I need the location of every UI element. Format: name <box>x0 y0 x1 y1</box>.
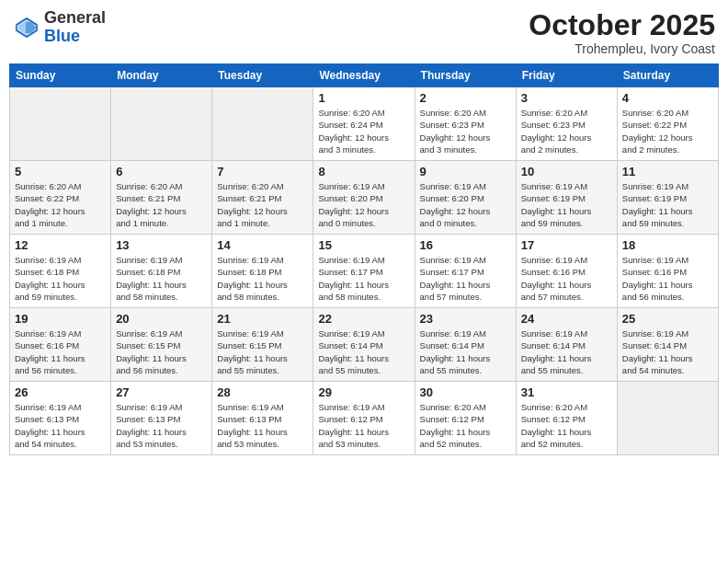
day-info: Sunrise: 6:20 AM Sunset: 6:12 PM Dayligh… <box>521 401 612 450</box>
day-number: 30 <box>420 385 511 399</box>
calendar-cell: 18Sunrise: 6:19 AM Sunset: 6:16 PM Dayli… <box>617 235 718 308</box>
day-number: 20 <box>116 312 207 326</box>
calendar-cell: 21Sunrise: 6:19 AM Sunset: 6:15 PM Dayli… <box>212 308 313 382</box>
day-number: 16 <box>420 238 511 252</box>
calendar-cell: 27Sunrise: 6:19 AM Sunset: 6:13 PM Dayli… <box>111 382 212 455</box>
header: General Blue October 2025 Trohempleu, Iv… <box>9 9 719 56</box>
calendar-cell: 10Sunrise: 6:19 AM Sunset: 6:19 PM Dayli… <box>516 161 617 235</box>
calendar-cell: 5Sunrise: 6:20 AM Sunset: 6:22 PM Daylig… <box>10 161 111 235</box>
day-number: 28 <box>217 385 308 399</box>
calendar-cell: 6Sunrise: 6:20 AM Sunset: 6:21 PM Daylig… <box>111 161 212 235</box>
day-info: Sunrise: 6:19 AM Sunset: 6:17 PM Dayligh… <box>318 254 409 303</box>
calendar-cell: 25Sunrise: 6:19 AM Sunset: 6:14 PM Dayli… <box>617 308 718 382</box>
logo-general: General <box>44 8 106 27</box>
day-info: Sunrise: 6:20 AM Sunset: 6:23 PM Dayligh… <box>521 107 612 155</box>
day-number: 24 <box>521 312 612 326</box>
day-info: Sunrise: 6:19 AM Sunset: 6:13 PM Dayligh… <box>15 401 106 450</box>
day-info: Sunrise: 6:19 AM Sunset: 6:13 PM Dayligh… <box>217 401 308 450</box>
calendar-cell: 9Sunrise: 6:19 AM Sunset: 6:20 PM Daylig… <box>415 161 516 235</box>
calendar-cell <box>617 382 718 455</box>
week-row-3: 12Sunrise: 6:19 AM Sunset: 6:18 PM Dayli… <box>10 235 719 308</box>
week-row-5: 26Sunrise: 6:19 AM Sunset: 6:13 PM Dayli… <box>10 382 719 455</box>
day-info: Sunrise: 6:19 AM Sunset: 6:19 PM Dayligh… <box>521 180 612 229</box>
page: General Blue October 2025 Trohempleu, Iv… <box>0 0 728 563</box>
day-info: Sunrise: 6:19 AM Sunset: 6:18 PM Dayligh… <box>116 254 207 303</box>
day-info: Sunrise: 6:19 AM Sunset: 6:15 PM Dayligh… <box>217 327 308 376</box>
day-info: Sunrise: 6:19 AM Sunset: 6:14 PM Dayligh… <box>521 327 612 376</box>
calendar-cell: 12Sunrise: 6:19 AM Sunset: 6:18 PM Dayli… <box>10 235 111 308</box>
week-row-4: 19Sunrise: 6:19 AM Sunset: 6:16 PM Dayli… <box>10 308 719 382</box>
day-number: 26 <box>15 385 106 399</box>
col-monday: Monday <box>111 64 212 87</box>
col-sunday: Sunday <box>10 64 111 87</box>
day-info: Sunrise: 6:19 AM Sunset: 6:18 PM Dayligh… <box>217 254 308 303</box>
day-number: 8 <box>318 165 409 178</box>
col-wednesday: Wednesday <box>313 64 415 87</box>
calendar-cell: 22Sunrise: 6:19 AM Sunset: 6:14 PM Dayli… <box>313 308 415 382</box>
calendar-cell: 29Sunrise: 6:19 AM Sunset: 6:12 PM Dayli… <box>313 382 415 455</box>
day-info: Sunrise: 6:20 AM Sunset: 6:22 PM Dayligh… <box>15 180 106 229</box>
calendar-cell <box>10 87 111 161</box>
location: Trohempleu, Ivory Coast <box>529 41 715 56</box>
week-row-2: 5Sunrise: 6:20 AM Sunset: 6:22 PM Daylig… <box>10 161 719 235</box>
day-info: Sunrise: 6:19 AM Sunset: 6:12 PM Dayligh… <box>318 401 409 450</box>
col-friday: Friday <box>516 64 617 87</box>
day-number: 19 <box>15 312 106 326</box>
day-number: 22 <box>318 312 409 326</box>
day-number: 9 <box>420 165 511 178</box>
day-number: 25 <box>622 312 713 326</box>
day-number: 12 <box>15 238 106 252</box>
day-info: Sunrise: 6:19 AM Sunset: 6:14 PM Dayligh… <box>420 327 511 376</box>
calendar-cell <box>212 87 313 161</box>
logo-icon <box>13 15 40 40</box>
calendar-cell: 14Sunrise: 6:19 AM Sunset: 6:18 PM Dayli… <box>212 235 313 308</box>
calendar-cell: 23Sunrise: 6:19 AM Sunset: 6:14 PM Dayli… <box>415 308 516 382</box>
day-info: Sunrise: 6:19 AM Sunset: 6:14 PM Dayligh… <box>622 327 713 376</box>
calendar-cell: 8Sunrise: 6:19 AM Sunset: 6:20 PM Daylig… <box>313 161 415 235</box>
day-number: 1 <box>318 91 409 105</box>
day-number: 14 <box>217 238 308 252</box>
calendar-cell: 2Sunrise: 6:20 AM Sunset: 6:23 PM Daylig… <box>415 87 516 161</box>
day-info: Sunrise: 6:19 AM Sunset: 6:14 PM Dayligh… <box>318 327 409 376</box>
calendar-cell: 20Sunrise: 6:19 AM Sunset: 6:15 PM Dayli… <box>111 308 212 382</box>
calendar-header-row: Sunday Monday Tuesday Wednesday Thursday… <box>10 64 719 87</box>
day-info: Sunrise: 6:20 AM Sunset: 6:21 PM Dayligh… <box>116 180 207 229</box>
col-saturday: Saturday <box>617 64 718 87</box>
day-number: 15 <box>318 238 409 252</box>
week-row-1: 1Sunrise: 6:20 AM Sunset: 6:24 PM Daylig… <box>10 87 719 161</box>
day-info: Sunrise: 6:20 AM Sunset: 6:12 PM Dayligh… <box>420 401 511 450</box>
day-number: 31 <box>521 385 612 399</box>
day-number: 7 <box>217 165 308 178</box>
day-info: Sunrise: 6:19 AM Sunset: 6:16 PM Dayligh… <box>622 254 713 303</box>
calendar-cell: 16Sunrise: 6:19 AM Sunset: 6:17 PM Dayli… <box>415 235 516 308</box>
logo-text: General Blue <box>44 9 106 46</box>
calendar-cell: 13Sunrise: 6:19 AM Sunset: 6:18 PM Dayli… <box>111 235 212 308</box>
logo: General Blue <box>13 9 106 46</box>
day-info: Sunrise: 6:19 AM Sunset: 6:20 PM Dayligh… <box>318 180 409 229</box>
month-title: October 2025 <box>529 9 715 41</box>
logo-blue: Blue <box>44 27 80 45</box>
day-number: 10 <box>521 165 612 178</box>
day-info: Sunrise: 6:19 AM Sunset: 6:19 PM Dayligh… <box>622 180 713 229</box>
day-info: Sunrise: 6:20 AM Sunset: 6:23 PM Dayligh… <box>420 107 511 155</box>
day-info: Sunrise: 6:19 AM Sunset: 6:20 PM Dayligh… <box>420 180 511 229</box>
calendar-cell: 1Sunrise: 6:20 AM Sunset: 6:24 PM Daylig… <box>313 87 415 161</box>
calendar-cell: 17Sunrise: 6:19 AM Sunset: 6:16 PM Dayli… <box>516 235 617 308</box>
calendar-cell: 15Sunrise: 6:19 AM Sunset: 6:17 PM Dayli… <box>313 235 415 308</box>
calendar-cell: 7Sunrise: 6:20 AM Sunset: 6:21 PM Daylig… <box>212 161 313 235</box>
calendar-cell: 26Sunrise: 6:19 AM Sunset: 6:13 PM Dayli… <box>10 382 111 455</box>
col-thursday: Thursday <box>415 64 516 87</box>
day-number: 2 <box>420 91 511 105</box>
day-number: 18 <box>622 238 713 252</box>
day-number: 23 <box>420 312 511 326</box>
day-number: 3 <box>521 91 612 105</box>
calendar-cell: 3Sunrise: 6:20 AM Sunset: 6:23 PM Daylig… <box>516 87 617 161</box>
calendar-cell: 24Sunrise: 6:19 AM Sunset: 6:14 PM Dayli… <box>516 308 617 382</box>
day-info: Sunrise: 6:20 AM Sunset: 6:24 PM Dayligh… <box>318 107 409 155</box>
day-number: 4 <box>622 91 713 105</box>
day-number: 17 <box>521 238 612 252</box>
calendar-cell: 30Sunrise: 6:20 AM Sunset: 6:12 PM Dayli… <box>415 382 516 455</box>
calendar-cell: 31Sunrise: 6:20 AM Sunset: 6:12 PM Dayli… <box>516 382 617 455</box>
day-number: 6 <box>116 165 207 178</box>
day-info: Sunrise: 6:19 AM Sunset: 6:15 PM Dayligh… <box>116 327 207 376</box>
